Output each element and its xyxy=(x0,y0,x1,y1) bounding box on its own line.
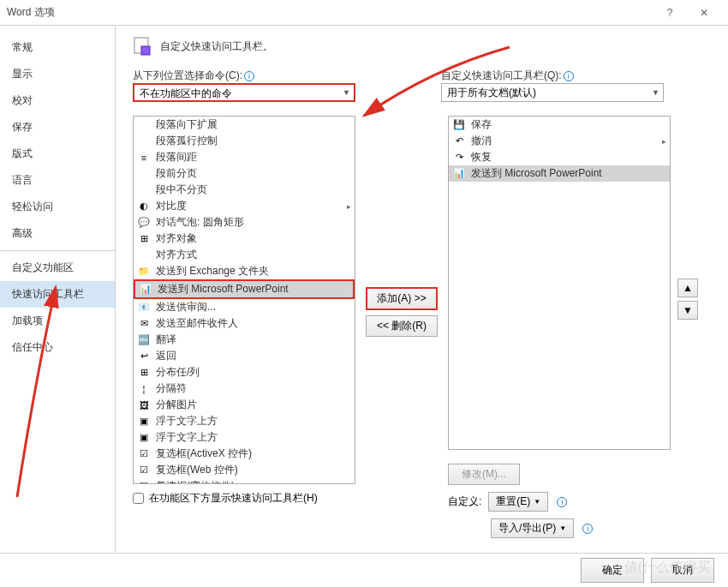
info-icon[interactable]: i xyxy=(557,497,567,507)
sidebar-item-layout[interactable]: 版式 xyxy=(0,141,115,167)
customize-qat-dropdown[interactable]: 用于所有文档(默认) ▼ xyxy=(441,83,664,102)
sidebar-item-language[interactable]: 语言 xyxy=(0,167,115,194)
list-item[interactable]: ◐对比度▸ xyxy=(134,198,355,214)
list-item[interactable]: 📁发送到 Exchange 文件夹 xyxy=(134,263,355,279)
list-item[interactable]: 段前分页 xyxy=(134,165,355,182)
help-button[interactable]: ? xyxy=(653,0,687,26)
list-item[interactable]: ≡段落间距 xyxy=(134,149,355,165)
sidebar-item-proofing[interactable]: 校对 xyxy=(0,87,115,114)
commands-listbox[interactable]: 段落向下扩展段落孤行控制≡段落间距段前分页段中不分页◐对比度▸💬对话气泡: 圆角… xyxy=(133,116,355,484)
list-item[interactable]: ↩返回 xyxy=(134,348,355,364)
command-icon xyxy=(137,118,151,132)
header: 自定义快速访问工具栏。 xyxy=(133,36,711,57)
titlebar: Word 选项 ? ✕ xyxy=(0,0,728,26)
list-item[interactable]: ↷恢复 xyxy=(449,149,670,165)
list-item[interactable]: 💾保存 xyxy=(449,117,670,133)
qat-label: 发送到 Microsoft PowerPoint xyxy=(471,166,602,181)
chevron-down-icon: ▼ xyxy=(343,88,350,97)
list-item[interactable]: ▣浮于文字上方 xyxy=(134,413,355,429)
choose-commands-label: 从下列位置选择命令(C):i xyxy=(133,69,355,83)
command-label: 复选框(Web 控件) xyxy=(156,463,238,477)
command-label: 分解图片 xyxy=(156,398,197,412)
close-button[interactable]: ✕ xyxy=(687,0,721,26)
move-buttons: ▲ ▼ xyxy=(677,279,698,545)
svg-rect-1 xyxy=(141,46,150,55)
sidebar-item-general[interactable]: 常规 xyxy=(0,34,115,61)
command-icon: ⊞ xyxy=(137,232,151,246)
command-icon: 🖼 xyxy=(137,398,151,412)
list-item[interactable]: ▣浮于文字上方 xyxy=(134,429,355,446)
command-label: 复选框(窗体控件) xyxy=(156,479,235,484)
command-icon: ⊞ xyxy=(137,366,151,380)
command-label: 返回 xyxy=(156,349,176,363)
qat-listbox[interactable]: 💾保存↶撤消▸↷恢复📊发送到 Microsoft PowerPoint xyxy=(448,116,671,450)
list-item[interactable]: ☑复选框(ActiveX 控件) xyxy=(134,446,355,462)
command-icon xyxy=(137,249,151,262)
info-icon[interactable]: i xyxy=(582,524,593,534)
list-item[interactable]: 💬对话气泡: 圆角矩形 xyxy=(134,214,355,231)
qat-label: 恢复 xyxy=(471,150,492,165)
list-item[interactable]: ☑复选框(窗体控件) xyxy=(134,478,355,484)
command-icon: 💬 xyxy=(137,216,151,230)
sidebar-item-quick-access-toolbar[interactable]: 快速访问工具栏 xyxy=(0,281,115,308)
list-item[interactable]: ⊞对齐对象 xyxy=(134,231,355,247)
command-label: 发送到 Exchange 文件夹 xyxy=(156,264,269,279)
list-item[interactable]: 段落孤行控制 xyxy=(134,133,355,149)
show-below-ribbon-label: 在功能区下方显示快速访问工具栏(H) xyxy=(149,491,318,506)
reset-button[interactable]: 重置(E)▼ xyxy=(488,492,548,512)
show-below-ribbon-checkbox[interactable] xyxy=(133,493,144,504)
sidebar-item-save[interactable]: 保存 xyxy=(0,114,115,141)
command-label: 段落间距 xyxy=(156,150,197,165)
list-item[interactable]: ☑复选框(Web 控件) xyxy=(134,462,355,478)
command-label: 对齐对象 xyxy=(156,231,197,246)
sidebar-item-advanced[interactable]: 高级 xyxy=(0,220,115,247)
list-item[interactable]: ↶撤消▸ xyxy=(449,133,670,149)
command-label: 浮于文字上方 xyxy=(156,430,218,445)
list-item[interactable]: 📊发送到 Microsoft PowerPoint xyxy=(449,165,670,182)
show-below-ribbon-row: 在功能区下方显示快速访问工具栏(H) xyxy=(133,491,355,506)
command-label: 发送供审阅... xyxy=(156,300,216,314)
list-item[interactable]: ✉发送至邮件收件人 xyxy=(134,315,355,332)
watermark: 值(什么值得买 xyxy=(624,559,711,577)
list-item[interactable]: 段落向下扩展 xyxy=(134,117,355,133)
sidebar-item-customize-ribbon[interactable]: 自定义功能区 xyxy=(0,255,115,281)
command-icon: 📧 xyxy=(137,301,151,314)
list-item[interactable]: 🖼分解图片 xyxy=(134,397,355,413)
sidebar-item-display[interactable]: 显示 xyxy=(0,61,115,87)
sidebar-item-trust-center[interactable]: 信任中心 xyxy=(0,334,115,361)
info-icon[interactable]: i xyxy=(244,71,254,81)
command-label: 段前分页 xyxy=(156,166,197,181)
info-icon[interactable]: i xyxy=(564,71,574,81)
dialog-title: Word 选项 xyxy=(7,5,653,20)
list-item[interactable]: 📧发送供审阅... xyxy=(134,299,355,315)
choose-commands-dropdown[interactable]: 不在功能区中的命令 ▼ xyxy=(133,83,355,102)
list-item[interactable]: 🔤翻译 xyxy=(134,332,355,348)
sidebar-item-ease-of-access[interactable]: 轻松访问 xyxy=(0,194,115,220)
command-label: 段落向下扩展 xyxy=(156,117,218,132)
qat-header-icon xyxy=(133,36,153,57)
list-item[interactable]: ⊞分布任/列 xyxy=(134,364,355,380)
command-label: 分布任/列 xyxy=(156,365,200,380)
chevron-down-icon: ▼ xyxy=(559,524,566,532)
sidebar-item-addins[interactable]: 加载项 xyxy=(0,308,115,334)
list-item[interactable]: 段中不分页 xyxy=(134,182,355,198)
command-label: 段落孤行控制 xyxy=(156,134,218,148)
move-up-button[interactable]: ▲ xyxy=(677,279,698,297)
command-label: 段中不分页 xyxy=(156,183,207,197)
main-content: 常规 显示 校对 保存 版式 语言 轻松访问 高级 自定义功能区 快速访问工具栏… xyxy=(0,26,728,553)
move-down-button[interactable]: ▼ xyxy=(677,301,698,320)
command-icon: ✉ xyxy=(137,317,151,331)
add-button[interactable]: 添加(A) >> xyxy=(366,287,438,310)
qat-icon: ↷ xyxy=(452,151,466,165)
list-item[interactable]: 对齐方式 xyxy=(134,247,355,263)
command-label: 浮于文字上方 xyxy=(156,414,218,428)
list-item[interactable]: 📊发送到 Microsoft PowerPoint xyxy=(134,279,355,299)
remove-button[interactable]: << 删除(R) xyxy=(366,315,438,337)
list-item[interactable]: ¦分隔符 xyxy=(134,380,355,397)
import-export-button[interactable]: 导入/导出(P)▼ xyxy=(491,518,574,538)
command-icon: ◐ xyxy=(137,200,151,213)
content-panel: 自定义快速访问工具栏。 从下列位置选择命令(C):i 不在功能区中的命令 ▼ 自… xyxy=(116,26,728,553)
command-label: 对齐方式 xyxy=(156,248,197,262)
modify-button[interactable]: 修改(M)... xyxy=(448,464,520,485)
command-label: 复选框(ActiveX 控件) xyxy=(156,446,252,461)
